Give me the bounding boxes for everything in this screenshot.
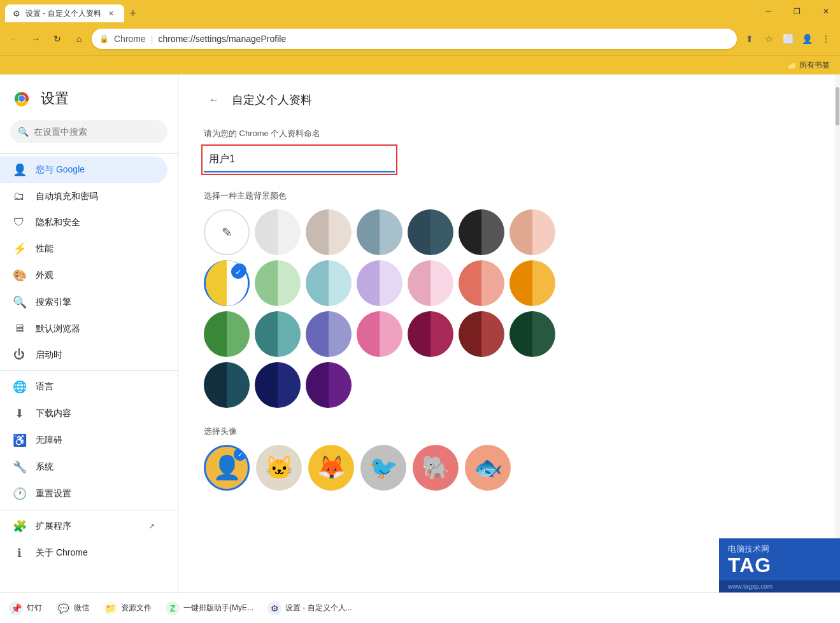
- taskbar-files[interactable]: 📁 资源文件: [97, 596, 158, 621]
- taskbar-settings-label: 设置 - 自定义个人...: [285, 603, 352, 613]
- back-button[interactable]: ←: [204, 90, 224, 110]
- system-icon: 🔧: [13, 460, 25, 474]
- color-lavender[interactable]: [357, 260, 402, 306]
- sidebar-item-reset[interactable]: 🕐 重置设置: [0, 480, 167, 507]
- sidebar-item-label: 自动填充和密码: [36, 191, 98, 202]
- page-title: 自定义个人资料: [232, 92, 312, 108]
- avatar-grid: 👤 ✓ 🐱 🦊 🐦 🐘 �: [204, 445, 586, 491]
- sidebar-item-search[interactable]: 🔍 搜索引擎: [0, 289, 167, 316]
- new-tab-button[interactable]: +: [124, 4, 142, 22]
- address-bar-input[interactable]: 🔒 Chrome | chrome://settings/manageProfi…: [92, 29, 737, 49]
- color-dark-grey[interactable]: [459, 209, 504, 255]
- color-forest[interactable]: [509, 311, 555, 357]
- reload-button[interactable]: ↻: [48, 30, 66, 48]
- menu-button[interactable]: ⋮: [817, 30, 835, 48]
- sidebar-item-appearance[interactable]: 🎨 外观: [0, 262, 167, 289]
- profile-name-label: 请为您的 Chrome 个人资料命名: [204, 128, 599, 139]
- color-blue-grey[interactable]: [357, 209, 402, 255]
- profile-name-input[interactable]: [204, 147, 395, 172]
- color-pink-light[interactable]: [408, 260, 453, 306]
- color-dark-teal2[interactable]: [204, 362, 250, 408]
- color-navy[interactable]: [255, 362, 301, 408]
- close-button[interactable]: ✕: [811, 0, 840, 22]
- sidebar-item-privacy[interactable]: 🛡 隐私和安全: [0, 209, 167, 235]
- appearance-icon: 🎨: [13, 269, 25, 283]
- active-tab[interactable]: ⚙ 设置 - 自定义个人资料 ✕: [5, 4, 124, 22]
- restore-button[interactable]: ❐: [783, 0, 811, 22]
- share-button[interactable]: ⬆: [741, 30, 758, 48]
- watermark-site: 电脑技术网: [728, 544, 769, 554]
- sidebar-item-extensions[interactable]: 🧩 扩展程序 ↗: [0, 513, 167, 540]
- search-input[interactable]: [34, 127, 160, 137]
- tab-close-button[interactable]: ✕: [106, 8, 117, 18]
- color-pink-vivid[interactable]: [357, 311, 402, 357]
- startup-icon: ⏻: [13, 348, 25, 361]
- back-button[interactable]: ←: [5, 30, 23, 48]
- sidebar-search-wrap[interactable]: 🔍: [10, 120, 167, 143]
- taskbar: 📌 钉钉 💬 微信 📁 资源文件 Z 一键排版助手(MyE... ⚙ 设置 - …: [0, 592, 840, 623]
- titlebar: ⚙ 设置 - 自定义个人资料 ✕ + ─ ❐ ✕: [0, 0, 840, 22]
- forward-button[interactable]: →: [27, 30, 45, 48]
- tab-view-button[interactable]: ⬜: [779, 30, 797, 48]
- color-teal-light[interactable]: [306, 260, 352, 306]
- sidebar-item-about[interactable]: ℹ 关于 Chrome: [0, 540, 167, 566]
- color-blue-med[interactable]: [306, 311, 352, 357]
- avatar-elephant[interactable]: 🐘: [413, 445, 459, 491]
- shield-icon: 🛡: [13, 216, 25, 229]
- sidebar-item-system[interactable]: 🔧 系统: [0, 454, 167, 480]
- sidebar-item-performance[interactable]: ⚡ 性能: [0, 235, 167, 262]
- sidebar-divider-2: [0, 370, 178, 371]
- color-green[interactable]: [204, 311, 250, 357]
- color-dark-teal[interactable]: [408, 209, 453, 255]
- sidebar-item-startup[interactable]: ⏻ 启动时: [0, 342, 167, 368]
- taskbar-pin[interactable]: 📌 钉钉: [3, 596, 48, 621]
- home-button[interactable]: ⌂: [70, 30, 88, 48]
- sidebar-divider-3: [0, 510, 178, 510]
- color-orange[interactable]: [509, 260, 555, 306]
- sidebar-item-downloads[interactable]: ⬇ 下载内容: [0, 400, 167, 427]
- sidebar-item-label: 隐私和安全: [36, 217, 80, 228]
- address-brand: Chrome: [114, 34, 146, 44]
- avatar-koi[interactable]: 🐟: [465, 445, 511, 491]
- color-red-dark[interactable]: [459, 311, 504, 357]
- custom-color-button[interactable]: ✎: [204, 209, 250, 255]
- avatar-person[interactable]: 👤 ✓: [204, 445, 250, 491]
- color-salmon[interactable]: [459, 260, 504, 306]
- avatar-fox[interactable]: 🦊: [308, 445, 354, 491]
- color-seafoam[interactable]: [255, 311, 301, 357]
- avatar-cat[interactable]: 🐱: [256, 445, 302, 491]
- color-mint[interactable]: [255, 260, 301, 306]
- sidebar-item-autofill[interactable]: 🗂 自动填充和密码: [0, 183, 167, 209]
- avatar-person-icon: 👤: [213, 454, 241, 481]
- scrollbar-thumb[interactable]: [836, 87, 839, 125]
- person-icon: 👤: [13, 163, 25, 177]
- sidebar-item-label: 外观: [36, 270, 53, 281]
- sidebar-item-default[interactable]: 🖥 默认浏览器: [0, 316, 167, 342]
- sidebar-item-language[interactable]: 🌐 语言: [0, 374, 167, 400]
- tab-bar: ⚙ 设置 - 自定义个人资料 ✕ +: [5, 0, 835, 22]
- tab-title: 设置 - 自定义个人资料: [25, 8, 101, 19]
- sidebar-item-accessibility[interactable]: ♿ 无障碍: [0, 427, 167, 454]
- taskbar-settings[interactable]: ⚙ 设置 - 自定义个人...: [261, 596, 359, 621]
- color-grey-light[interactable]: [255, 209, 301, 255]
- color-maroon[interactable]: [408, 311, 453, 357]
- sidebar-item-label: 语言: [36, 381, 53, 393]
- bookmark-button[interactable]: ☆: [760, 30, 778, 48]
- color-purple-dark[interactable]: [306, 362, 352, 408]
- minimize-button[interactable]: ─: [754, 0, 783, 22]
- sidebar-item-google[interactable]: 👤 您与 Google: [0, 157, 167, 183]
- all-bookmarks[interactable]: 📁 所有书签: [782, 59, 835, 72]
- taskbar-wechat[interactable]: 💬 微信: [50, 596, 96, 621]
- color-warm-grey[interactable]: [306, 209, 352, 255]
- about-icon: ℹ: [13, 546, 25, 560]
- taskbar-helper[interactable]: Z 一键排版助手(MyE...: [159, 596, 260, 621]
- avatar-crane[interactable]: 🐦: [360, 445, 406, 491]
- taskbar-wechat-label: 微信: [74, 603, 89, 613]
- folder-icon: 📁: [787, 61, 797, 70]
- color-yellow-white[interactable]: ✓: [204, 260, 250, 306]
- files-icon: 📁: [103, 601, 117, 615]
- extensions-icon: 🧩: [13, 519, 25, 533]
- color-peach[interactable]: [509, 209, 555, 255]
- chrome-content: 设置 🔍 👤 您与 Google 🗂 自动填充和密码 🛡 隐私和安全 ⚡ 性能 …: [0, 74, 840, 623]
- profile-button[interactable]: 👤: [798, 30, 816, 48]
